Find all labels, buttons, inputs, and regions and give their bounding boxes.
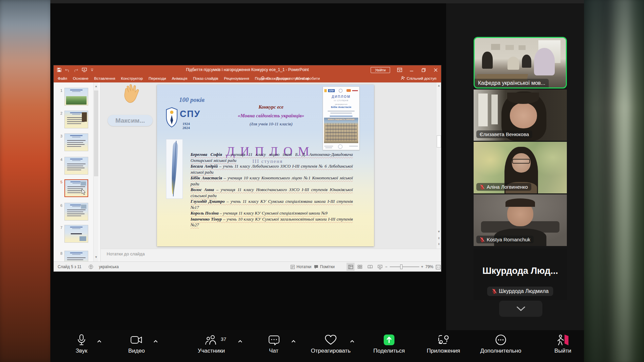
share-screen-button[interactable]: Поделиться <box>364 333 414 360</box>
powerpoint-titlebar: Підбиття підсумків і нагородження Конкур… <box>54 65 441 74</box>
apps-button[interactable]: Приложения <box>418 333 469 360</box>
slide-thumbnail-image[interactable] <box>64 111 88 128</box>
person-silhouette <box>522 55 531 67</box>
slide-number: 6 <box>56 203 62 207</box>
accessibility-icon[interactable] <box>89 262 93 272</box>
ribbon-tab-Рецензування[interactable]: Рецензування <box>224 76 249 80</box>
diploma-banner-text: МОВНА СВІДОМІСТЬ УКРАЇНЦІВ <box>324 118 358 120</box>
slide-editor-area: 100 років СПУ 19242024 Конкурс есе «Мовн… <box>101 82 436 249</box>
participants-button[interactable]: Участники 37 <box>186 333 236 360</box>
slide-sorter-view-button[interactable] <box>356 263 364 271</box>
ribbon-tab-Переходи[interactable]: Переходи <box>149 76 166 80</box>
scrollbar-thumb[interactable] <box>94 90 98 176</box>
ribbon-tab-Показ слайдів[interactable]: Показ слайдів <box>193 76 218 80</box>
heart-icon <box>306 333 356 347</box>
person-silhouette <box>482 52 493 68</box>
reactions-options-chevron[interactable] <box>350 338 355 344</box>
slide-thumbnail-image[interactable] <box>64 157 88 175</box>
audio-button[interactable]: Звук <box>56 333 107 360</box>
share-button[interactable]: Спільний доступ <box>401 74 436 82</box>
leave-button[interactable]: Выйти <box>538 333 588 360</box>
notes-placeholder: Нотатки до слайда <box>101 249 441 256</box>
ribbon-tab-Файл[interactable]: Файл <box>58 76 67 80</box>
logo-100-years: 100 років <box>179 96 205 104</box>
ribbon-tab-Вставлення[interactable]: Вставлення <box>94 76 115 80</box>
ribbon-tab-Конструктор[interactable]: Конструктор <box>121 76 143 80</box>
language-indicator[interactable]: українська <box>99 262 119 272</box>
reactions-button[interactable]: Отреагировать <box>306 333 356 360</box>
muted-microphone-icon <box>492 289 497 294</box>
diploma-signatures <box>324 144 358 149</box>
slide-number: 7 <box>56 226 62 230</box>
raised-hand-participant-name: Максим... <box>115 117 145 124</box>
reading-view-button[interactable] <box>366 263 374 271</box>
participants-options-chevron[interactable] <box>238 338 243 344</box>
powerpoint-status-bar: Слайд 5 з 11 українська Нотатки Помітки <box>54 261 441 272</box>
zoom-slider-track[interactable] <box>390 266 419 267</box>
audio-options-chevron[interactable] <box>97 338 102 344</box>
slide-canvas[interactable]: 100 років СПУ 19242024 Конкурс есе «Мовн… <box>157 85 374 246</box>
zoom-percentage[interactable]: 79% <box>425 262 433 272</box>
thumbnail-scrollbar[interactable]: ▲ ▼ <box>93 82 98 261</box>
powerpoint-window: Підбиття підсумків і нагородження Конкур… <box>54 65 441 272</box>
ribbon-tab-Анімація[interactable]: Анімація <box>172 76 187 80</box>
zoom-out-button[interactable]: − <box>385 262 387 272</box>
next-slide-icon[interactable]: ⇟ <box>437 242 441 246</box>
meeting-toolbar: Звук Видео Участники 37 Чат Отреагир <box>50 330 584 362</box>
video-tile-shkurdoda[interactable]: Шкурдода Люд... Шкурдода Людмила <box>474 248 567 300</box>
scroll-down-icon[interactable]: ▼ <box>94 255 98 259</box>
editor-scrollbar[interactable]: ▲ ▼ ⇞ ⇟ <box>436 82 441 249</box>
spu-emblem-icon <box>166 107 178 128</box>
chevron-down-icon <box>517 306 525 311</box>
wall-picture <box>491 44 500 50</box>
notes-toggle[interactable]: Нотатки <box>290 262 311 272</box>
diploma-preview-awarded: нагороджується <box>323 103 359 105</box>
fit-to-window-icon[interactable] <box>434 263 442 271</box>
ribbon-tab-Основне[interactable]: Основне <box>73 76 88 80</box>
participants-sidebar: Кафедра української мов... Єлизавета Вен… <box>446 3 584 330</box>
scroll-up-icon[interactable]: ▲ <box>94 84 98 88</box>
slide-thumbnail-image[interactable] <box>64 88 88 106</box>
tell-me-box[interactable]: Скажіть, що потрібно зробити <box>261 74 320 82</box>
collapse-gallery-button[interactable] <box>499 301 542 317</box>
notes-pane[interactable]: Нотатки до слайда <box>101 249 441 261</box>
scrollbar-thumb[interactable] <box>437 135 441 147</box>
award-entry: Бібік Анастасія – учениця 10 класу Конот… <box>191 175 353 187</box>
slide-number: 3 <box>56 134 62 138</box>
window <box>491 95 498 124</box>
video-tile-department[interactable]: Кафедра української мов... <box>474 37 567 88</box>
zoom-in-button[interactable]: + <box>421 262 423 272</box>
blurred-background-left <box>0 0 55 362</box>
chat-options-chevron[interactable] <box>291 338 297 344</box>
comments-toggle[interactable]: Помітки <box>314 262 335 272</box>
video-button[interactable]: Видео <box>111 333 162 360</box>
restore-button[interactable] <box>421 67 426 73</box>
normal-view-button[interactable] <box>346 263 355 271</box>
scroll-up-icon[interactable]: ▲ <box>437 84 441 87</box>
close-button[interactable] <box>433 67 438 73</box>
slide-thumbnail-image[interactable] <box>64 203 88 221</box>
face <box>510 103 537 129</box>
scroll-down-icon[interactable]: ▼ <box>437 230 441 234</box>
video-tile-kostya[interactable]: Kostya Romanchuk <box>474 194 567 246</box>
sign-in-button[interactable]: Увійти <box>371 67 390 73</box>
zoom-slider-handle[interactable] <box>400 264 402 269</box>
ribbon-display-options-icon[interactable] <box>397 67 402 73</box>
participant-name-label: Кафедра української мов... <box>475 79 549 87</box>
video-options-chevron[interactable] <box>153 338 159 344</box>
more-button[interactable]: Дополнительно <box>476 333 526 360</box>
window <box>478 94 488 126</box>
slide-number: 4 <box>56 158 62 162</box>
person-silhouette <box>534 48 555 76</box>
person-silhouette <box>507 57 519 69</box>
chat-button[interactable]: Чат <box>249 333 299 360</box>
video-tile-alina[interactable]: Аліна Логвиненко <box>474 142 567 193</box>
previous-slide-icon[interactable]: ⇞ <box>437 237 441 240</box>
slide-thumbnail-image[interactable] <box>64 251 88 261</box>
video-tile-yelyzaveta[interactable]: Єлизавета Венюкова <box>474 89 567 141</box>
award-entry: Бесага Андрій – учень 11 класу Лебединсь… <box>191 163 353 175</box>
slide-thumbnail-image[interactable] <box>64 133 88 151</box>
slideshow-view-button[interactable] <box>376 263 384 271</box>
slide-thumbnail-image[interactable] <box>64 225 88 243</box>
minimize-button[interactable] <box>409 67 414 73</box>
